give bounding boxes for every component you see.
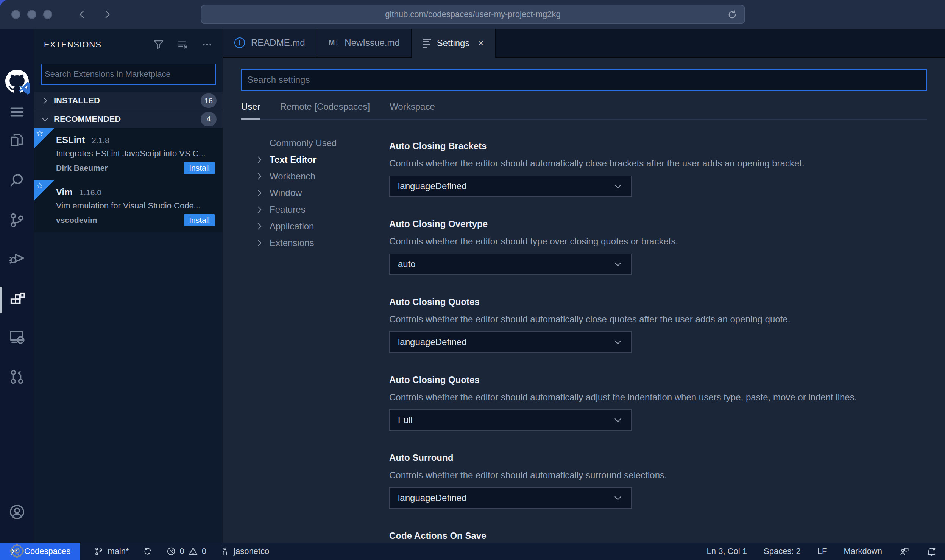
remote-explorer-icon[interactable] bbox=[0, 320, 34, 354]
setting-title: Auto Surround bbox=[389, 452, 927, 464]
explorer-icon[interactable] bbox=[0, 123, 34, 157]
tree-item-label: Window bbox=[270, 188, 302, 198]
search-icon[interactable] bbox=[0, 164, 34, 197]
tree-item-label: Workbench bbox=[270, 171, 315, 182]
source-control-icon[interactable] bbox=[0, 204, 34, 237]
reload-icon[interactable] bbox=[727, 9, 738, 20]
tree-item-label: Application bbox=[270, 221, 314, 232]
indentation[interactable]: Spaces: 2 bbox=[764, 546, 801, 556]
more-actions-icon[interactable] bbox=[201, 39, 213, 50]
chevron-right-icon bbox=[40, 96, 50, 106]
extensions-sidebar: EXTENSIONS INSTALLED 16 RECOMME bbox=[34, 29, 223, 543]
extension-author: Dirk Baeumer bbox=[56, 163, 108, 173]
scope-tab-remote[interactable]: Remote [Codespaces] bbox=[280, 101, 370, 112]
chevron-down-icon bbox=[613, 259, 623, 269]
extension-name: ESLint bbox=[56, 135, 85, 145]
dropdown-value: languageDefined bbox=[398, 181, 467, 191]
settings-gear-icon[interactable] bbox=[0, 534, 34, 560]
chevron-down-icon bbox=[613, 181, 623, 191]
tree-item-features[interactable]: Features bbox=[254, 201, 389, 218]
tree-item-label: Commonly Used bbox=[270, 138, 337, 148]
extensions-icon[interactable] bbox=[0, 283, 34, 316]
close-icon[interactable]: × bbox=[478, 37, 483, 49]
chevron-right-icon bbox=[254, 188, 264, 198]
section-label: INSTALLED bbox=[54, 96, 100, 106]
pull-request-icon[interactable] bbox=[0, 360, 34, 394]
section-recommended[interactable]: RECOMMENDED 4 bbox=[34, 110, 223, 128]
setting-dropdown[interactable]: languageDefined bbox=[389, 487, 632, 509]
tab-settings[interactable]: Settings × bbox=[412, 29, 496, 58]
extension-author: vscodevim bbox=[56, 216, 97, 225]
feedback-icon[interactable] bbox=[899, 546, 909, 557]
editor-group: i README.md M↓ NewIssue.md Settings × bbox=[223, 29, 945, 543]
window-controls[interactable] bbox=[11, 10, 52, 19]
eol-sequence[interactable]: LF bbox=[817, 546, 827, 556]
cursor-position[interactable]: Ln 3, Col 1 bbox=[707, 546, 747, 556]
setting-description: Controls whether the editor should autom… bbox=[389, 469, 927, 481]
install-button[interactable]: Install bbox=[184, 162, 215, 174]
tab-label: Settings bbox=[437, 38, 470, 48]
tab-newissue[interactable]: M↓ NewIssue.md bbox=[317, 29, 412, 57]
window-minimize-button[interactable] bbox=[27, 10, 36, 19]
section-installed[interactable]: INSTALLED 16 bbox=[34, 92, 223, 110]
settings-search-input[interactable] bbox=[242, 75, 926, 85]
chevron-down-icon bbox=[40, 114, 50, 124]
window-zoom-button[interactable] bbox=[43, 10, 52, 19]
tree-item-commonly-used[interactable]: Commonly Used bbox=[254, 135, 389, 151]
star-icon: ☆ bbox=[36, 129, 44, 138]
sync-status[interactable] bbox=[143, 546, 153, 556]
filter-icon[interactable] bbox=[153, 39, 164, 50]
tree-item-extensions[interactable]: Extensions bbox=[254, 235, 389, 251]
setting-dropdown[interactable]: auto bbox=[389, 254, 632, 275]
errors-count: 0 bbox=[180, 546, 184, 556]
tree-item-label: Features bbox=[270, 204, 306, 215]
forward-icon[interactable] bbox=[102, 9, 112, 19]
language-mode[interactable]: Markdown bbox=[844, 546, 882, 556]
extension-name: Vim bbox=[56, 187, 73, 198]
dropdown-value: Full bbox=[398, 415, 413, 425]
tab-readme[interactable]: i README.md bbox=[223, 29, 317, 57]
user-name: jasonetco bbox=[234, 546, 269, 556]
extension-description: Integrates ESLint JavaScript into VS C..… bbox=[56, 149, 215, 159]
setting-entry: Auto Surround Controls whether the edito… bbox=[389, 452, 927, 509]
setting-dropdown[interactable]: Full bbox=[389, 409, 632, 431]
warnings-count: 0 bbox=[202, 546, 206, 556]
branch-status[interactable]: main* bbox=[94, 546, 129, 556]
tree-item-label: Extensions bbox=[270, 238, 314, 248]
warnings-icon bbox=[188, 546, 198, 556]
tree-item-workbench[interactable]: Workbench bbox=[254, 168, 389, 185]
install-button[interactable]: Install bbox=[184, 214, 215, 226]
user-status[interactable]: jasonetco bbox=[220, 546, 269, 556]
problems-status[interactable]: 0 0 bbox=[166, 546, 207, 556]
tree-item-window[interactable]: Window bbox=[254, 185, 389, 201]
bell-icon[interactable] bbox=[926, 546, 937, 557]
run-debug-icon[interactable] bbox=[0, 241, 34, 275]
settings-entries: Auto Closing Brackets Controls whether t… bbox=[389, 135, 927, 543]
back-icon[interactable] bbox=[77, 9, 87, 19]
extensions-search-input[interactable] bbox=[42, 69, 215, 79]
setting-dropdown[interactable]: languageDefined bbox=[389, 176, 632, 197]
scope-tab-workspace[interactable]: Workspace bbox=[390, 101, 435, 112]
tab-bar: i README.md M↓ NewIssue.md Settings × bbox=[223, 29, 945, 58]
window-close-button[interactable] bbox=[11, 10, 20, 19]
setting-entry: Auto Closing Brackets Controls whether t… bbox=[389, 140, 927, 197]
extension-list-item[interactable]: ☆ Vim 1.16.0 Vim emulation for Visual St… bbox=[34, 180, 223, 232]
account-icon[interactable] bbox=[0, 495, 34, 529]
chevron-down-icon bbox=[613, 493, 623, 503]
address-bar[interactable]: github.com/codespaces/user-my-project-mg… bbox=[201, 5, 745, 24]
star-icon: ☆ bbox=[36, 181, 44, 191]
section-label: RECOMMENDED bbox=[54, 114, 121, 124]
extension-version: 2.1.8 bbox=[92, 136, 109, 145]
extension-list-item[interactable]: ☆ ESLint 2.1.8 Integrates ESLint JavaScr… bbox=[34, 128, 223, 180]
active-view-indicator bbox=[0, 287, 2, 313]
clear-list-icon[interactable] bbox=[177, 39, 189, 50]
extension-description: Vim emulation for Visual Studio Code... bbox=[56, 201, 215, 211]
setting-description: Controls whether the editor should autom… bbox=[389, 157, 927, 170]
scope-tab-user[interactable]: User bbox=[241, 101, 260, 112]
tab-label: NewIssue.md bbox=[345, 37, 399, 48]
installed-count-badge: 16 bbox=[201, 93, 217, 108]
tree-item-application[interactable]: Application bbox=[254, 218, 389, 235]
setting-dropdown[interactable]: languageDefined bbox=[389, 331, 632, 353]
url-text: github.com/codespaces/user-my-project-mg… bbox=[385, 9, 560, 19]
tree-item-text-editor[interactable]: Text Editor bbox=[254, 151, 389, 168]
